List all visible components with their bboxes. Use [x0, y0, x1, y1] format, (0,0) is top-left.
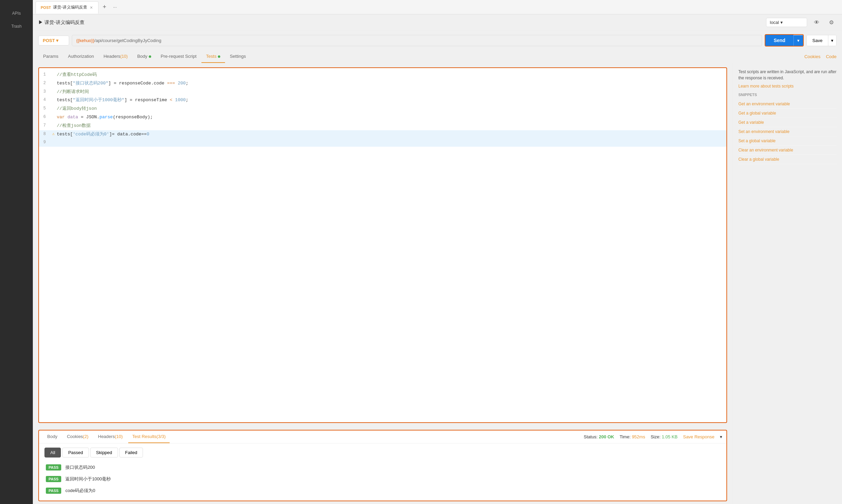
- tab-authorization[interactable]: Authorization: [63, 50, 99, 63]
- env-dropdown-icon: ▾: [780, 20, 783, 25]
- filter-skipped[interactable]: Skipped: [90, 448, 118, 457]
- code-line-2: 2 tests["接口状态码200"] = responseCode.code …: [39, 79, 726, 88]
- save-dropdown-button[interactable]: ▾: [828, 35, 836, 46]
- code-line-6: 6 var data = JSON.parse(responseBody);: [39, 113, 726, 122]
- warning-icon: ⚠: [52, 131, 54, 137]
- test-result-1: PASS 接口状态码200: [44, 462, 721, 473]
- method-dropdown-icon: ▾: [56, 38, 58, 43]
- save-button-group: Save ▾: [806, 35, 837, 46]
- code-line-1: 1 //查看httpCode码: [39, 71, 726, 79]
- filter-tabs: All Passed Skipped Failed: [44, 448, 721, 457]
- pass-badge-2: PASS: [46, 476, 61, 482]
- sidebar: APIs Trash: [0, 0, 33, 504]
- code-line-5: 5 //返回body转json: [39, 105, 726, 113]
- eye-button[interactable]: 👁: [811, 18, 822, 27]
- snippet-set-env-var[interactable]: Set an environment variable: [738, 127, 837, 136]
- code-editor-container[interactable]: 1 //查看httpCode码 2 tests["接口状态码200"] = re…: [38, 67, 727, 423]
- sidebar-item-trash[interactable]: Trash: [0, 20, 33, 33]
- trash-label: Trash: [0, 24, 33, 29]
- right-panel-description: Test scripts are written in JavaScript, …: [738, 69, 837, 81]
- content-area: 1 //查看httpCode码 2 tests["接口状态码200"] = re…: [33, 63, 842, 504]
- snippet-clear-global-var[interactable]: Clear a global variable: [738, 155, 837, 164]
- test-name-2: 返回时间小于1000毫秒: [65, 476, 111, 482]
- active-tab[interactable]: POST 课货-讲义编码反查 ×: [36, 1, 98, 14]
- snippet-set-global-var[interactable]: Set a global variable: [738, 136, 837, 146]
- res-tab-cookies[interactable]: Cookies(2): [63, 430, 93, 443]
- tab-pre-request[interactable]: Pre-request Script: [156, 50, 201, 63]
- url-input[interactable]: {{kehuo}}/api/course/getCodingByJyCoding: [72, 35, 762, 46]
- tab-bar: POST 课货-讲义编码反查 × + ···: [33, 0, 842, 14]
- test-name-1: 接口状态码200: [65, 464, 95, 470]
- tab-tests[interactable]: Tests: [201, 50, 225, 63]
- code-link[interactable]: Code: [826, 54, 837, 59]
- tab-close-icon[interactable]: ×: [89, 4, 93, 11]
- filter-passed[interactable]: Passed: [62, 448, 89, 457]
- url-var: {{kehuo}}: [76, 38, 94, 43]
- test-results: All Passed Skipped Failed PASS 接口状态码200 …: [39, 443, 726, 501]
- apis-label: APIs: [0, 11, 33, 16]
- test-result-3: PASS code码必须为0: [44, 485, 721, 496]
- env-value: local: [770, 20, 779, 25]
- res-tab-test-results[interactable]: Test Results(3/3): [128, 430, 170, 443]
- snippet-get-env-var[interactable]: Get an environment variable: [738, 100, 837, 109]
- settings-button[interactable]: ⚙: [826, 18, 837, 27]
- code-line-4: 4 tests["返回时间小于1000毫秒"] = responseTime <…: [39, 96, 726, 105]
- save-button[interactable]: Save: [807, 35, 828, 46]
- learn-more-link[interactable]: Learn more about tests scripts: [738, 84, 793, 89]
- header-bar: ▶ 课货-讲义编码反查 local ▾ 👁 ⚙: [33, 14, 842, 31]
- body-dot: [149, 55, 151, 58]
- res-tab-body[interactable]: Body: [43, 430, 62, 443]
- pass-badge-3: PASS: [46, 488, 61, 494]
- response-area: Body Cookies(2) Headers(10) Test Results…: [38, 430, 727, 501]
- method-label: POST: [43, 38, 55, 43]
- title-text: ▶ 课货-讲义编码反查: [38, 19, 84, 26]
- snippet-get-var[interactable]: Get a variable: [738, 118, 837, 127]
- environment-selector[interactable]: local ▾: [766, 18, 807, 27]
- request-title: ▶ 课货-讲义编码反查: [38, 19, 84, 26]
- response-tabs: Body Cookies(2) Headers(10) Test Results…: [39, 430, 726, 443]
- send-button-group: Send ▾: [765, 34, 804, 47]
- snippets-title: SNIPPETS: [738, 93, 837, 97]
- code-editor: 1 //查看httpCode码 2 tests["接口状态码200"] = re…: [39, 68, 726, 149]
- save-response-button[interactable]: Save Response: [683, 434, 714, 439]
- tab-more-button[interactable]: ···: [110, 4, 120, 10]
- response-meta: Status: 200 OK Time: 952ms Size: 1.05 KB…: [584, 434, 722, 439]
- snippet-get-global-var[interactable]: Get a global variable: [738, 109, 837, 118]
- method-selector[interactable]: POST ▾: [38, 36, 69, 45]
- send-button[interactable]: Send: [765, 35, 793, 46]
- code-line-3: 3 //判断请求时间: [39, 88, 726, 96]
- filter-failed[interactable]: Failed: [119, 448, 143, 457]
- code-line-7: 7 //检查json数据: [39, 122, 726, 130]
- url-bar: POST ▾ {{kehuo}}/api/course/getCodingByJ…: [33, 31, 842, 50]
- url-path: /api/course/getCodingByJyCoding: [94, 38, 161, 43]
- tests-dot: [218, 55, 220, 58]
- tab-headers[interactable]: Headers(10): [99, 50, 132, 63]
- tab-add-button[interactable]: +: [100, 3, 109, 11]
- res-tab-headers[interactable]: Headers(10): [94, 430, 127, 443]
- code-line-9: 9: [39, 138, 726, 146]
- tab-method: POST: [41, 5, 51, 10]
- sidebar-item-apis[interactable]: APIs: [0, 7, 33, 20]
- tab-title: 课货-讲义编码反查: [53, 4, 87, 10]
- tab-params[interactable]: Params: [38, 50, 63, 63]
- test-result-2: PASS 返回时间小于1000毫秒: [44, 473, 721, 485]
- tab-settings[interactable]: Settings: [225, 50, 251, 63]
- right-sidebar: Test scripts are written in JavaScript, …: [733, 63, 842, 504]
- code-panel: 1 //查看httpCode码 2 tests["接口状态码200"] = re…: [33, 63, 733, 504]
- tab-body[interactable]: Body: [132, 50, 156, 63]
- pass-badge-1: PASS: [46, 464, 61, 470]
- main-content: POST 课货-讲义编码反查 × + ··· ▶ 课货-讲义编码反查 local…: [33, 0, 842, 504]
- nav-tab-right: Cookies Code: [804, 54, 837, 59]
- snippet-clear-env-var[interactable]: Clear an environment variable: [738, 146, 837, 155]
- header-right: local ▾ 👁 ⚙: [766, 18, 837, 27]
- nav-tabs: Params Authorization Headers(10) Body Pr…: [33, 50, 842, 63]
- code-line-8: 8 ⚠ tests['code码必须为0']= data.code==0: [39, 130, 726, 139]
- cookies-link[interactable]: Cookies: [804, 54, 820, 59]
- filter-all[interactable]: All: [44, 448, 61, 457]
- send-dropdown-button[interactable]: ▾: [793, 35, 803, 46]
- test-name-3: code码必须为0: [65, 488, 95, 494]
